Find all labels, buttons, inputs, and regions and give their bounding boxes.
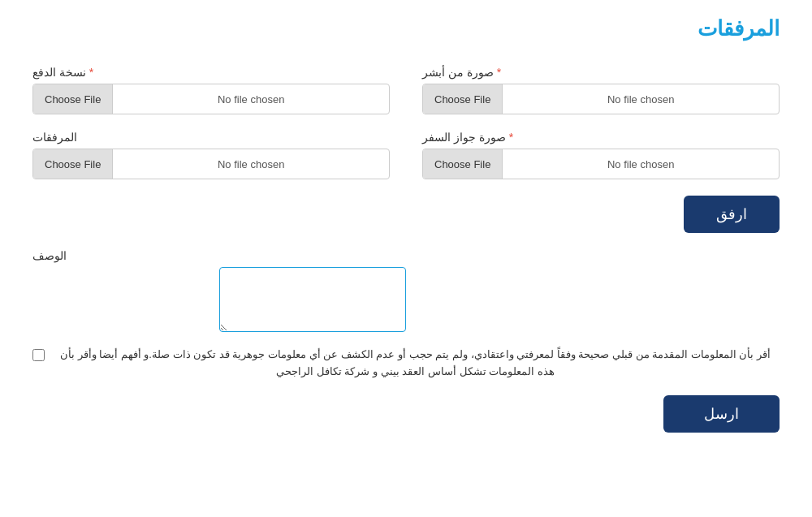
file-upload-grid: * صورة من أبشر No file chosen Choose Fil… [32,66,780,179]
payment-copy-no-file: No file chosen [113,93,389,106]
passport-image-choose-btn[interactable]: Choose File [423,149,503,179]
passport-image-no-file: No file chosen [503,158,779,170]
passport-photo-field: * صورة من أبشر No file chosen Choose Fil… [422,66,780,114]
payment-copy-label: * نسخة الدفع [32,66,95,79]
attachments-field: المرفقات No file chosen Choose File [32,131,390,179]
description-textarea[interactable] [219,267,406,332]
attachments-input-wrapper: No file chosen Choose File [32,149,390,179]
attachments-label: المرفقات [32,131,77,144]
attach-button[interactable]: ارفق [684,196,780,233]
agreement-row: أقر بأن المعلومات المقدمة من قبلي صحيحة … [32,347,780,381]
payment-copy-choose-btn[interactable]: Choose File [33,84,113,114]
passport-photo-input-wrapper: No file chosen Choose File [422,84,780,114]
description-section: الوصف [32,249,780,332]
description-label: الوصف [32,249,67,262]
agreement-checkbox[interactable] [32,349,45,361]
required-star-2: * [89,66,93,79]
send-btn-row: ارسل [32,395,780,433]
send-button[interactable]: ارسل [663,395,780,433]
description-textarea-wrapper [32,267,406,332]
attach-btn-row: ارفق [32,196,780,233]
passport-photo-no-file: No file chosen [503,93,779,106]
agreement-text: أقر بأن المعلومات المقدمة من قبلي صحيحة … [51,347,780,381]
passport-image-input-wrapper: No file chosen Choose File [422,149,780,179]
required-star-3: * [509,131,513,144]
attachments-choose-btn[interactable]: Choose File [33,149,113,179]
description-wrapper: الوصف [32,249,780,332]
required-star: * [497,66,501,79]
passport-image-field: * صورة جواز السفر No file chosen Choose … [422,131,780,179]
payment-copy-field: * نسخة الدفع No file chosen Choose File [32,66,390,114]
passport-image-label: * صورة جواز السفر [422,131,515,144]
page-title: المرفقات [32,16,780,41]
passport-photo-label: * صورة من أبشر [422,66,503,79]
attachments-no-file: No file chosen [113,158,389,170]
passport-photo-choose-btn[interactable]: Choose File [423,84,503,114]
payment-copy-input-wrapper: No file chosen Choose File [32,84,390,114]
